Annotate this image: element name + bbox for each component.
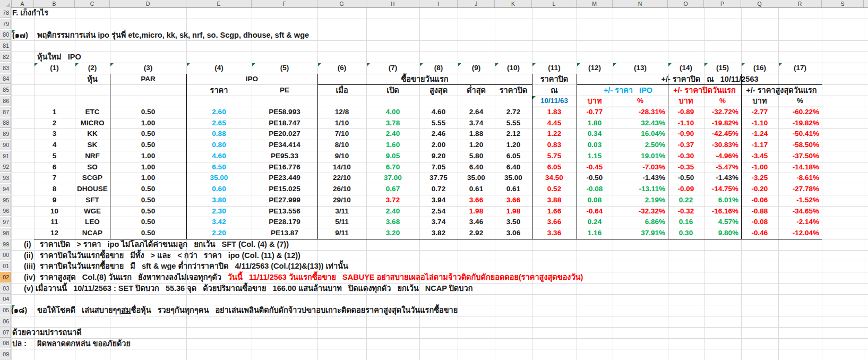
cell-Q87[interactable]: -2.77: [741, 107, 778, 118]
cell-C95[interactable]: SFT: [75, 195, 110, 206]
cell-M91[interactable]: 1.15: [577, 151, 613, 162]
cell-G91[interactable]: 9/10: [317, 151, 366, 162]
row-header-96[interactable]: 96: [0, 206, 11, 216]
col-header-Q[interactable]: Q: [741, 0, 778, 7]
row-header-99[interactable]: 99: [0, 239, 11, 250]
cell-B98[interactable]: 12: [34, 228, 75, 239]
cell-J92[interactable]: 6.40: [458, 162, 495, 173]
cell-C98[interactable]: NCAP: [75, 228, 110, 239]
row-header-90[interactable]: 90: [0, 140, 11, 150]
col-header-A[interactable]: A: [11, 0, 34, 7]
cell-H98[interactable]: 3.20: [366, 228, 419, 239]
cell-I89[interactable]: 2.46: [419, 128, 458, 140]
row-header-84[interactable]: 84: [0, 74, 11, 84]
cell-P83[interactable]: (15): [704, 63, 741, 74]
cell-H94[interactable]: 0.67: [366, 184, 419, 195]
row-header-92[interactable]: 92: [0, 162, 11, 172]
row-header-97[interactable]: 97: [0, 217, 11, 227]
cell-R90[interactable]: -58.50%: [778, 140, 822, 151]
cell-N91[interactable]: 19.01%: [613, 151, 668, 162]
cell-H97[interactable]: 3.68: [366, 217, 419, 228]
cell-H91[interactable]: 9.05: [366, 151, 419, 162]
cell-H95[interactable]: 3.72: [366, 195, 419, 206]
cell-K91[interactable]: 6.05: [495, 151, 532, 162]
cell-P93[interactable]: -1.43%: [704, 173, 741, 184]
cell-E90[interactable]: 0.80: [186, 140, 252, 151]
cell-H88[interactable]: 3.78: [366, 118, 419, 129]
cell-D90[interactable]: 0.50: [110, 140, 186, 151]
cell-J94[interactable]: 0.61: [458, 184, 495, 195]
row-header-98[interactable]: 98: [0, 228, 11, 238]
cell-L86-date[interactable]: 10/11/63: [532, 96, 577, 107]
cell-D94[interactable]: 0.50: [110, 184, 186, 195]
cell-R97[interactable]: -2.14%: [778, 217, 822, 228]
row-header-88[interactable]: 88: [0, 118, 11, 128]
cell-F95[interactable]: PE27.999: [252, 195, 317, 206]
select-all-corner[interactable]: [0, 0, 12, 7]
cell-B95[interactable]: 9: [34, 195, 75, 206]
cell-M89[interactable]: 0.34: [577, 128, 613, 140]
cell-B108-ps-text[interactable]: ผิดพลาดตกหล่น ขออภัยด้วย: [37, 338, 131, 349]
cell-M92[interactable]: -0.45: [577, 162, 613, 173]
cell-E97[interactable]: 3.42: [186, 217, 252, 228]
cell-B96[interactable]: 10: [34, 206, 75, 217]
cell-K92[interactable]: 6.40: [495, 162, 532, 173]
cell-M87[interactable]: -0.77: [577, 107, 613, 118]
cell-P91[interactable]: -4.96%: [704, 151, 741, 162]
cell-K83[interactable]: (10): [495, 63, 532, 74]
cell-K97[interactable]: 3.50: [495, 217, 532, 228]
cell-M95[interactable]: 0.08: [577, 195, 613, 206]
row-header-93[interactable]: 93: [0, 173, 11, 183]
col-header-P[interactable]: P: [704, 0, 741, 7]
row-header-80[interactable]: 80: [0, 30, 11, 40]
cell-P88[interactable]: -19.82%: [704, 118, 741, 129]
cell-R96[interactable]: -34.65%: [778, 206, 822, 217]
row-header-01[interactable]: 01: [0, 261, 11, 271]
cell-L89[interactable]: 1.22: [532, 128, 577, 140]
cell-O91[interactable]: -0.30: [668, 151, 704, 162]
cell-I87[interactable]: 4.60: [419, 107, 458, 118]
cell-C84-header-stock[interactable]: หุ้น: [75, 74, 110, 85]
cell-O96[interactable]: -0.32: [668, 206, 704, 217]
cell-P90[interactable]: -30.83%: [704, 140, 741, 151]
cell-I90[interactable]: 2.00: [419, 140, 458, 151]
cell-Q89[interactable]: -1.24: [741, 128, 778, 140]
row-header-00[interactable]: 00: [0, 250, 11, 260]
cell-P94[interactable]: -14.75%: [704, 184, 741, 195]
cell-L95[interactable]: 3.88: [532, 195, 577, 206]
cell-D96[interactable]: 0.50: [110, 206, 186, 217]
cell-R98[interactable]: -12.04%: [778, 228, 822, 239]
cell-A78-section-title[interactable]: F. เก็งกำไร: [12, 7, 48, 19]
cell-L83[interactable]: (11): [532, 63, 577, 74]
cell-L92[interactable]: 6.05: [532, 162, 577, 173]
cell-O90[interactable]: -0.37: [668, 140, 704, 151]
cell-E96[interactable]: 2.30: [186, 206, 252, 217]
cell-G94[interactable]: 26/10: [317, 184, 366, 195]
row-header-79[interactable]: 79: [0, 19, 11, 29]
cell-D93[interactable]: 1.00: [110, 173, 186, 184]
cell-K88[interactable]: 5.55: [495, 118, 532, 129]
cell-Q92[interactable]: -1.00: [741, 162, 778, 173]
cell-L87[interactable]: 1.83: [532, 107, 577, 118]
cell-E93[interactable]: 35.00: [186, 173, 252, 184]
cell-C90[interactable]: SK: [75, 140, 110, 151]
cell-E94[interactable]: 0.60: [186, 184, 252, 195]
cell-P97[interactable]: 4.57%: [704, 217, 741, 228]
cell-Q97[interactable]: -0.08: [741, 217, 778, 228]
cell-R91[interactable]: -37.50%: [778, 151, 822, 162]
cell-J97[interactable]: 3.46: [458, 217, 495, 228]
cell-B91[interactable]: 5: [34, 151, 75, 162]
cell-P89[interactable]: -42.45%: [704, 128, 741, 140]
cell-Q91[interactable]: -3.45: [741, 151, 778, 162]
cell-O95[interactable]: 0.22: [668, 195, 704, 206]
cell-L97[interactable]: 3.66: [532, 217, 577, 228]
cell-H90[interactable]: 1.60: [366, 140, 419, 151]
cell-N83[interactable]: (13): [613, 63, 668, 74]
cell-B87[interactable]: 1: [34, 107, 75, 118]
cell-M97[interactable]: 0.24: [577, 217, 613, 228]
col-header-R[interactable]: R: [778, 0, 822, 7]
cell-B94[interactable]: 8: [34, 184, 75, 195]
cell-P96[interactable]: -16.16%: [704, 206, 741, 217]
row-header-06[interactable]: 06: [0, 316, 11, 327]
row-header-02[interactable]: 02: [0, 272, 11, 282]
